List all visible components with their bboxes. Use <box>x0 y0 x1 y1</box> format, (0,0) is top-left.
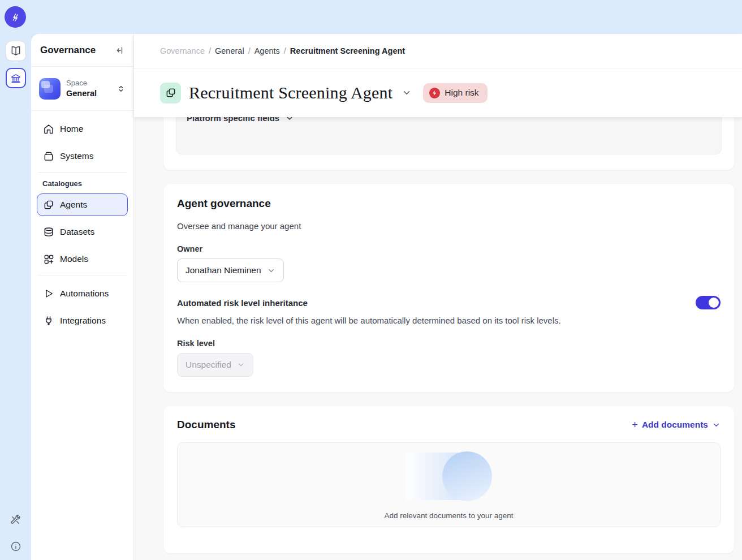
chevron-down-icon <box>712 421 721 429</box>
zap-icon <box>432 90 438 96</box>
space-label: Space <box>66 79 111 88</box>
sidebar-item-datasets[interactable]: Datasets <box>37 221 128 243</box>
agent-copy-icon <box>165 87 176 98</box>
page-title: Recruitment Screening Agent <box>189 83 392 102</box>
risk-zap-icon <box>429 88 440 98</box>
governance-card-subtitle: Oversee and manage your agent <box>177 221 721 231</box>
platform-fields-toggle[interactable]: Platform specific fields <box>187 117 711 123</box>
platform-fields-panel: Platform specific fields <box>176 117 722 154</box>
risk-level-value: Unspecified <box>186 360 231 370</box>
sidebar-item-automations[interactable]: Automations <box>37 282 128 305</box>
info-icon <box>10 541 21 552</box>
add-documents-button[interactable]: + Add documents <box>632 419 721 431</box>
info-rail-button[interactable] <box>10 541 21 552</box>
chevron-down-icon <box>237 361 245 369</box>
documents-empty-illustration <box>404 450 494 502</box>
page-content: Platform specific fields Agent governanc… <box>134 117 742 560</box>
space-avatar <box>39 78 61 100</box>
risk-badge-label: High risk <box>445 88 478 98</box>
sidebar-item-label: Models <box>60 254 88 264</box>
breadcrumb-current: Recruitment Screening Agent <box>290 46 405 55</box>
sidebar-divider <box>38 172 127 173</box>
governance-sidebar: Governance Space General Home <box>31 34 134 560</box>
sidebar-item-label: Systems <box>60 151 93 161</box>
library-rail-button[interactable] <box>6 41 26 61</box>
inheritance-toggle[interactable] <box>696 296 721 309</box>
platform-fields-card: Platform specific fields <box>163 117 734 170</box>
sidebar-collapse-button[interactable] <box>114 45 124 55</box>
breadcrumb-general[interactable]: General <box>215 46 244 55</box>
chevron-down-icon <box>285 117 294 123</box>
sidebar-item-label: Agents <box>60 200 87 210</box>
agent-governance-card: Agent governance Oversee and manage your… <box>163 184 734 392</box>
bank-icon <box>10 72 21 84</box>
breadcrumb-separator: / <box>248 46 251 55</box>
sidebar-nav: Home Systems Catalogues Agents <box>31 111 133 337</box>
risk-level-select: Unspecified <box>177 353 253 377</box>
collapse-sidebar-icon <box>114 45 124 55</box>
catalogues-section-label: Catalogues <box>42 179 128 188</box>
breadcrumb-separator: / <box>209 46 211 55</box>
workspace-rail <box>0 34 31 560</box>
home-icon <box>43 123 54 135</box>
datasets-icon <box>43 226 54 238</box>
inheritance-description: When enabled, the risk level of this age… <box>177 316 721 325</box>
documents-empty-state: Add relevant documents to your agent <box>177 442 721 527</box>
sidebar-item-models[interactable]: Models <box>37 248 128 270</box>
sidebar-item-integrations[interactable]: Integrations <box>37 309 128 332</box>
page-header: Governance / General / Agents / Recruitm… <box>134 34 742 117</box>
owner-label: Owner <box>177 244 721 253</box>
top-bar <box>0 0 742 34</box>
sidebar-item-systems[interactable]: Systems <box>37 145 128 167</box>
app-logo[interactable] <box>5 6 26 28</box>
sidebar-item-label: Home <box>60 124 83 134</box>
automations-icon <box>43 288 54 299</box>
add-documents-label: Add documents <box>642 420 708 430</box>
breadcrumb-governance[interactable]: Governance <box>160 46 205 55</box>
governance-card-title: Agent governance <box>177 197 721 210</box>
tools-rail-button[interactable] <box>10 514 21 526</box>
owner-select[interactable]: Jonathan Nieminen <box>177 259 284 282</box>
space-selector[interactable]: Space General <box>31 67 133 111</box>
integrations-icon <box>43 315 54 326</box>
documents-card: Documents + Add documents Add relevant d… <box>163 406 734 553</box>
documents-empty-text: Add relevant documents to your agent <box>384 511 513 520</box>
risk-badge: High risk <box>423 83 487 103</box>
inheritance-label: Automated risk level inheritance <box>177 298 308 308</box>
models-icon <box>43 253 54 265</box>
logo-slash-icon <box>8 10 22 24</box>
tools-icon <box>10 514 21 526</box>
agents-icon <box>43 199 54 210</box>
space-value: General <box>66 88 111 98</box>
chevron-down-icon <box>402 88 412 98</box>
sidebar-item-home[interactable]: Home <box>37 118 128 140</box>
chevron-up-down-icon <box>117 84 126 93</box>
book-open-icon <box>10 45 21 57</box>
risk-level-label: Risk level <box>177 339 721 348</box>
agent-avatar <box>160 83 181 104</box>
sidebar-divider <box>38 275 127 275</box>
owner-select-value: Jonathan Nieminen <box>186 265 261 275</box>
sidebar-item-label: Automations <box>60 288 109 299</box>
breadcrumb-separator: / <box>284 46 286 55</box>
sidebar-item-label: Datasets <box>60 227 94 237</box>
sidebar-item-agents[interactable]: Agents <box>37 193 128 216</box>
platform-fields-label: Platform specific fields <box>187 117 279 123</box>
systems-icon <box>43 150 54 162</box>
breadcrumb: Governance / General / Agents / Recruitm… <box>134 34 742 68</box>
sidebar-title: Governance <box>40 45 96 56</box>
governance-rail-button[interactable] <box>6 68 26 88</box>
documents-card-title: Documents <box>177 419 235 431</box>
main-area: Governance / General / Agents / Recruitm… <box>134 34 742 560</box>
chevron-down-icon <box>267 266 275 275</box>
breadcrumb-agents[interactable]: Agents <box>254 46 280 55</box>
sidebar-item-label: Integrations <box>60 316 106 326</box>
plus-icon: + <box>632 419 638 431</box>
agent-switcher-button[interactable] <box>402 88 412 98</box>
